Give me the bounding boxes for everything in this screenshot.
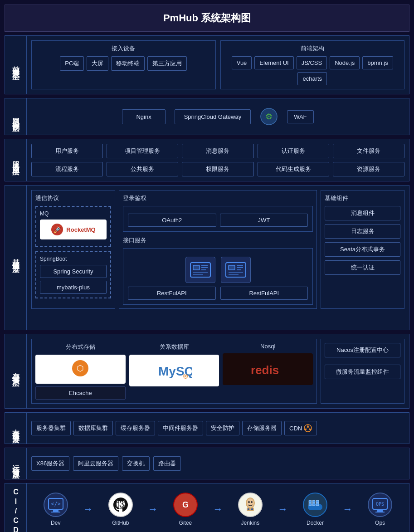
svg-rect-44 bbox=[248, 508, 249, 510]
rocketmq-icon: 🚀 bbox=[51, 223, 63, 236]
service-public: 公共服务 bbox=[107, 162, 178, 176]
api-icon-1 bbox=[185, 257, 215, 283]
service-label: 服务应用层 bbox=[5, 139, 27, 181]
service-file: 文件服务 bbox=[333, 144, 404, 158]
distributed-title: 分布式存储 bbox=[35, 343, 126, 351]
svg-point-26 bbox=[307, 425, 309, 427]
svg-text:®: ® bbox=[183, 373, 188, 380]
mysql-svg: MySQL ® bbox=[156, 358, 192, 381]
cicd-jenkins: Jenkins bbox=[238, 493, 263, 526]
middle-section: 登录鉴权 OAuth2 JWT 接口服务 bbox=[119, 190, 317, 309]
basic-unified-auth: 统一认证 bbox=[325, 260, 400, 275]
nacos-box: Nacos注册配置中心 bbox=[325, 343, 400, 357]
frontend-section: 前端架构 Vue Element UI JS/CSS Node.js bpmn.… bbox=[220, 40, 405, 89]
svg-point-41 bbox=[248, 501, 250, 503]
service-layer: 服务应用层 用户服务 项目管理服务 消息服务 认证服务 文件服务 流程服务 公共… bbox=[5, 139, 409, 181]
cicd-github: ⑬ GitHub bbox=[108, 493, 133, 526]
dev-icon: </> bbox=[44, 493, 68, 517]
runtime-router: 路由器 bbox=[153, 456, 181, 471]
storage-right-section: Nacos注册配置中心 微服务流量监控组件 bbox=[321, 339, 404, 404]
gitee-icon: G bbox=[173, 493, 198, 517]
svg-rect-13 bbox=[229, 265, 235, 270]
svg-rect-51 bbox=[316, 503, 319, 506]
arrow-3: → bbox=[213, 503, 223, 515]
svg-rect-33 bbox=[53, 510, 58, 512]
access-item-thirdparty: 第三方应用 bbox=[147, 56, 187, 71]
comm-section: 通信协议 MQ 🚀 RocketMQ Sprin bbox=[31, 190, 115, 309]
svg-rect-5 bbox=[193, 265, 200, 270]
support-server-cluster: 服务器集群 bbox=[31, 421, 71, 435]
gateway-nginx: Nginx bbox=[122, 109, 165, 124]
restapi1-box: RestFulAPI bbox=[128, 287, 216, 300]
mysql-logo: MySQL ® bbox=[129, 355, 219, 386]
mq-label: MQ bbox=[40, 210, 107, 217]
service-permission: 权限服务 bbox=[182, 162, 253, 176]
svg-text:redis: redis bbox=[251, 363, 279, 377]
redis-logo: redis bbox=[223, 353, 313, 385]
support-middleware: 中间件服务器 bbox=[158, 421, 203, 435]
runtime-switch: 交换机 bbox=[122, 456, 150, 471]
runtime-x86: X86服务器 bbox=[31, 456, 69, 471]
frontend-jscss: JS/CSS bbox=[297, 56, 327, 69]
svg-rect-49 bbox=[316, 500, 319, 503]
mybatis-plus-box: mybatis-plus bbox=[40, 281, 107, 294]
gitee-label: Gitee bbox=[179, 520, 192, 526]
frontend-framework-title: 前端架构 bbox=[224, 44, 401, 53]
support-layer: 支撑服务层 服务器集群 数据库集群 缓存服务器 中间件服务器 安全防护 存储服务… bbox=[5, 412, 409, 444]
runtime-label: 运行资源层 bbox=[5, 448, 27, 479]
svg-text:</>: </> bbox=[51, 501, 61, 507]
svg-point-27 bbox=[305, 429, 307, 430]
svg-text:G: G bbox=[182, 500, 189, 509]
docker-label: Docker bbox=[307, 520, 324, 526]
support-db-cluster: 数据库集群 bbox=[73, 421, 113, 435]
nosql-section: Nosql redis bbox=[223, 343, 313, 400]
basic-seata: Seata分布式事务 bbox=[325, 242, 400, 257]
arrow-2: → bbox=[148, 503, 158, 515]
arrow-1: → bbox=[83, 503, 93, 515]
svg-point-40 bbox=[247, 498, 254, 508]
service-resource: 资源服务 bbox=[333, 162, 404, 176]
support-security: 安全防护 bbox=[206, 421, 239, 435]
ehcache-label: Ehcache bbox=[35, 386, 126, 400]
support-storage: 存储服务器 bbox=[242, 421, 282, 435]
basic-log: 日志服务 bbox=[325, 224, 400, 239]
cicd-label: CI/CD bbox=[5, 483, 27, 532]
svg-rect-50 bbox=[312, 503, 315, 506]
gateway-springcloud: SpringCloud Gateway bbox=[175, 109, 251, 124]
docker-icon bbox=[303, 493, 327, 517]
gateway-label: 网关控制层 bbox=[5, 98, 27, 135]
support-cdn: CDN bbox=[284, 421, 317, 435]
ops-icon: OPS bbox=[368, 493, 392, 517]
springboot-dashed: SpringBoot Spring Security mybatis-plus bbox=[35, 251, 111, 298]
access-item-mobile: 移动终端 bbox=[111, 56, 145, 71]
interface-title: 接口服务 bbox=[123, 236, 313, 244]
spring-security-box: Spring Security bbox=[40, 265, 107, 278]
service-auth: 认证服务 bbox=[258, 144, 329, 158]
jenkins-label: Jenkins bbox=[241, 520, 260, 526]
frontend-elementui: Element UI bbox=[254, 56, 293, 69]
svg-point-42 bbox=[251, 501, 253, 503]
login-title: 登录鉴权 bbox=[123, 194, 313, 202]
base-service-label: 基础服务层 bbox=[5, 185, 27, 330]
basic-title: 基础组件 bbox=[325, 194, 400, 202]
service-user: 用户服务 bbox=[31, 144, 103, 158]
base-service-layer: 基础服务层 通信协议 MQ 🚀 RocketMQ bbox=[5, 185, 409, 330]
frontend-bpmnjs: bpmn.js bbox=[362, 56, 393, 69]
github-icon: ⑬ bbox=[108, 493, 133, 517]
jenkins-icon bbox=[238, 493, 263, 517]
svg-text:🚀: 🚀 bbox=[54, 226, 62, 234]
cicd-layer: CI/CD </> Dev → bbox=[5, 483, 409, 532]
storage-label: 存储技术层 bbox=[5, 334, 27, 408]
service-project: 项目管理服务 bbox=[107, 144, 178, 158]
svg-rect-45 bbox=[251, 508, 253, 510]
relational-section: 关系数据库 MySQL ® bbox=[129, 343, 219, 400]
microservice-monitor-box: 微服务流量监控组件 bbox=[325, 365, 400, 379]
svg-rect-55 bbox=[377, 510, 383, 512]
cicd-dev: </> Dev bbox=[44, 493, 68, 526]
access-section: 接入设备 PC端 大屏 移动终端 第三方应用 bbox=[31, 40, 216, 89]
svg-rect-34 bbox=[51, 512, 60, 512]
api-icon-2 bbox=[221, 257, 251, 283]
oauth2-box: OAuth2 bbox=[128, 214, 216, 227]
arrow-4: → bbox=[278, 503, 287, 515]
springboot-label: SpringBoot bbox=[40, 256, 107, 262]
